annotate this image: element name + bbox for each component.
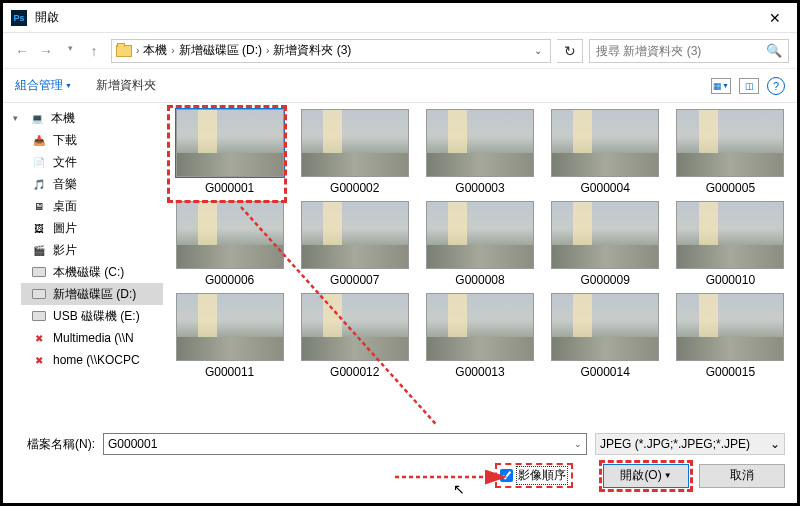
thumbnail-caption: G000003	[455, 181, 504, 195]
search-icon: 🔍	[766, 43, 782, 58]
thumbnail-image	[426, 201, 534, 269]
crumb-1[interactable]: 新增磁碟區 (D:)	[175, 42, 266, 59]
thumbnail-caption: G000014	[581, 365, 630, 379]
thumbnail-image	[676, 109, 784, 177]
thumbnail-caption: G000011	[205, 365, 254, 379]
file-thumb[interactable]: G000010	[672, 199, 789, 289]
thumbnail-image	[426, 109, 534, 177]
app-icon: Ps	[11, 10, 27, 26]
tree-documents[interactable]: 📄文件	[21, 151, 163, 173]
file-thumb[interactable]: G000004	[547, 107, 664, 197]
thumbnail-image	[426, 293, 534, 361]
nav-back[interactable]: ←	[11, 43, 33, 59]
organize-menu[interactable]: 組合管理▼	[15, 77, 72, 94]
file-thumb[interactable]: G000002	[296, 107, 413, 197]
thumbnail-caption: G000004	[581, 181, 630, 195]
filename-input[interactable]: G000001⌄	[103, 433, 587, 455]
annotation-arrow-2	[395, 469, 525, 489]
new-folder-button[interactable]: 新增資料夾	[96, 77, 156, 94]
folder-icon	[116, 45, 132, 57]
refresh-button[interactable]: ↻	[557, 39, 583, 63]
open-button[interactable]: 開啟(O)▼	[603, 464, 689, 488]
file-thumb[interactable]: G000013	[421, 291, 538, 381]
filetype-filter[interactable]: JPEG (*.JPG;*.JPEG;*.JPE)⌄	[595, 433, 785, 455]
tree-this-pc[interactable]: ▾💻本機	[3, 107, 163, 129]
thumbnail-caption: G000013	[455, 365, 504, 379]
tree-drive-c[interactable]: 本機磁碟 (C:)	[21, 261, 163, 283]
tree-drive-e[interactable]: USB 磁碟機 (E:)	[21, 305, 163, 327]
file-thumb[interactable]: G000006	[171, 199, 288, 289]
crumb-0[interactable]: 本機	[139, 42, 171, 59]
tree-videos[interactable]: 🎬影片	[21, 239, 163, 261]
thumbnail-image	[301, 293, 409, 361]
tree-net-home[interactable]: ✖home (\\KOCPC	[21, 349, 163, 371]
file-thumb[interactable]: G000009	[547, 199, 664, 289]
thumbnail-caption: G000005	[706, 181, 755, 195]
thumbnail-caption: G000009	[581, 273, 630, 287]
view-mode-button[interactable]: ▦ ▼	[711, 78, 731, 94]
thumbnail-image	[176, 109, 284, 177]
dialog-title: 開啟	[35, 9, 752, 26]
tree-net-multimedia[interactable]: ✖Multimedia (\\N	[21, 327, 163, 349]
thumbnail-image	[551, 201, 659, 269]
thumbnail-image	[176, 293, 284, 361]
search-box[interactable]: 🔍	[589, 39, 789, 63]
tree-music[interactable]: 🎵音樂	[21, 173, 163, 195]
file-thumb[interactable]: G000015	[672, 291, 789, 381]
file-thumb[interactable]: G000011	[171, 291, 288, 381]
file-thumb[interactable]: G000008	[421, 199, 538, 289]
file-thumb[interactable]: G000007	[296, 199, 413, 289]
thumbnail-image	[676, 293, 784, 361]
thumbnail-caption: G000002	[330, 181, 379, 195]
tree-desktop[interactable]: 🖥桌面	[21, 195, 163, 217]
file-thumb[interactable]: G000001	[171, 107, 288, 197]
filename-label: 檔案名稱(N):	[15, 436, 95, 453]
thumbnail-caption: G000001	[205, 181, 254, 195]
thumbnail-image	[551, 293, 659, 361]
thumbnail-caption: G000008	[455, 273, 504, 287]
file-thumb[interactable]: G000014	[547, 291, 664, 381]
nav-tree: ▾💻本機 📥下載 📄文件 🎵音樂 🖥桌面 🖼圖片 🎬影片 本機磁碟 (C:) 新…	[3, 103, 163, 425]
file-thumb[interactable]: G000003	[421, 107, 538, 197]
cancel-button[interactable]: 取消	[699, 464, 785, 488]
close-button[interactable]: ✕	[752, 3, 797, 33]
thumbnail-image	[176, 201, 284, 269]
thumbnail-image	[301, 109, 409, 177]
thumbnail-image	[551, 109, 659, 177]
nav-forward[interactable]: →	[35, 43, 57, 59]
crumb-2[interactable]: 新增資料夾 (3)	[269, 42, 355, 59]
help-button[interactable]: ?	[767, 77, 785, 95]
file-thumb[interactable]: G000012	[296, 291, 413, 381]
breadcrumb[interactable]: › 本機 › 新增磁碟區 (D:) › 新增資料夾 (3) ⌄	[111, 39, 551, 63]
nav-up[interactable]: ↑	[83, 43, 105, 59]
file-thumb[interactable]: G000005	[672, 107, 789, 197]
thumbnail-image	[676, 201, 784, 269]
search-input[interactable]	[596, 44, 756, 58]
tree-drive-d[interactable]: 新增磁碟區 (D:)	[21, 283, 163, 305]
thumbnail-caption: G000015	[706, 365, 755, 379]
thumbnail-caption: G000012	[330, 365, 379, 379]
thumbnail-image	[301, 201, 409, 269]
tree-downloads[interactable]: 📥下載	[21, 129, 163, 151]
thumbnail-caption: G000010	[706, 273, 755, 287]
thumbnail-caption: G000007	[330, 273, 379, 287]
nav-recent[interactable]: ▾	[59, 43, 81, 59]
thumbnail-caption: G000006	[205, 273, 254, 287]
tree-pictures[interactable]: 🖼圖片	[21, 217, 163, 239]
preview-pane-button[interactable]: ◫	[739, 78, 759, 94]
